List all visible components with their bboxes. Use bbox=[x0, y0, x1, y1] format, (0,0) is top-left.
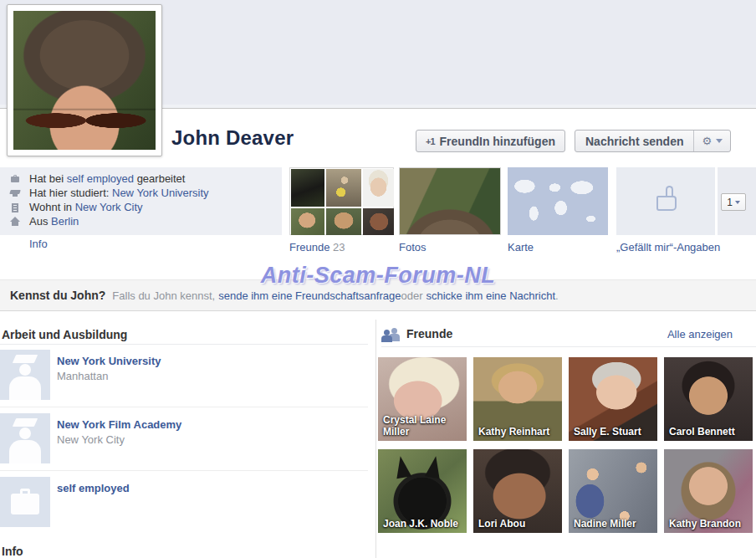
send-message-link[interactable]: schicke ihm eine Nachricht bbox=[426, 289, 555, 302]
education-title-link[interactable]: New York University bbox=[57, 355, 161, 367]
friends-icon bbox=[381, 328, 401, 341]
education-title-link[interactable]: New York Film Academy bbox=[57, 418, 181, 431]
facebook-profile-page: John Deaver +1 FreundIn hinzufügen Nachr… bbox=[0, 0, 756, 558]
collage-photo bbox=[326, 169, 361, 207]
friend-tile[interactable]: Crystal Laine Miller bbox=[378, 357, 467, 441]
about-text: Aus Berlin bbox=[29, 215, 79, 228]
send-friend-request-link[interactable]: sende ihm eine Freundschaftsanfrage bbox=[218, 289, 401, 302]
see-all-friends-link[interactable]: Alle anzeigen bbox=[667, 328, 733, 340]
banner-text: Falls du John kennst, bbox=[112, 289, 215, 302]
friend-name: Sally E. Stuart bbox=[574, 426, 654, 438]
gear-icon: ⚙ bbox=[702, 136, 712, 146]
send-message-button[interactable]: Nachricht senden bbox=[575, 131, 693, 151]
friend-tile[interactable]: Lori Abou bbox=[473, 449, 562, 533]
about-row-education: Hat hier studiert: New York University bbox=[0, 186, 282, 200]
add-friend-label: FreundIn hinzufügen bbox=[440, 135, 555, 148]
profile-picture-frame[interactable] bbox=[7, 4, 162, 156]
friend-name: Nadine Miller bbox=[574, 518, 654, 530]
home-icon bbox=[10, 217, 22, 227]
friends-box-collage[interactable] bbox=[289, 167, 394, 235]
school-link[interactable]: New York University bbox=[112, 187, 209, 199]
about-text: Wohnt in New York City bbox=[29, 201, 143, 213]
collage-photo bbox=[326, 208, 361, 235]
education-subtitle: Manhattan bbox=[57, 370, 108, 382]
photos-box[interactable] bbox=[399, 167, 501, 235]
friend-name: Kathy Reinhart bbox=[478, 426, 559, 438]
friend-tile[interactable]: Joan J.K. Noble bbox=[378, 449, 467, 533]
info-link[interactable]: Info bbox=[29, 238, 48, 250]
info-section-heading: Info bbox=[2, 545, 23, 558]
divider bbox=[0, 407, 368, 407]
map-box[interactable] bbox=[508, 167, 608, 235]
hometown-link[interactable]: Berlin bbox=[51, 215, 79, 228]
friend-tile[interactable]: Kathy Brandon bbox=[664, 449, 753, 533]
divider bbox=[0, 344, 368, 345]
about-row-work: Hat bei self employed gearbeitet bbox=[0, 171, 282, 186]
count-dropdown[interactable]: 1 bbox=[721, 193, 746, 211]
work-entry: self employed bbox=[0, 477, 368, 534]
work-title-link[interactable]: self employed bbox=[57, 482, 130, 494]
friend-tile[interactable]: Kathy Reinhart bbox=[473, 357, 562, 441]
send-message-label: Nachricht senden bbox=[585, 135, 683, 148]
friend-name: Kathy Brandon bbox=[669, 518, 749, 530]
education-entry: New York Film Academy New York City bbox=[0, 413, 368, 470]
about-row-city: Wohnt in New York City bbox=[0, 200, 282, 214]
collage-photo bbox=[291, 208, 324, 235]
page-title: John Deaver bbox=[171, 126, 294, 150]
briefcase-icon bbox=[10, 174, 22, 184]
chevron-down-icon bbox=[735, 201, 740, 204]
add-friend-button[interactable]: +1 FreundIn hinzufügen bbox=[416, 130, 565, 152]
about-summary-box: Hat bei self employed gearbeitet Hat hie… bbox=[0, 167, 282, 235]
friend-tile[interactable]: Carol Bennett bbox=[664, 357, 753, 441]
divider bbox=[0, 470, 368, 471]
friends-header: Freunde Alle anzeigen bbox=[381, 326, 744, 343]
friends-box-label[interactable]: Freunde 23 bbox=[289, 241, 345, 253]
settings-dropdown-button[interactable]: ⚙ bbox=[693, 131, 730, 151]
collage-photo bbox=[363, 169, 394, 207]
friend-name: Joan J.K. Noble bbox=[383, 518, 463, 530]
thumbs-up-icon bbox=[651, 186, 682, 216]
know-him-banner: Kennst du John? Falls du John kennst, se… bbox=[0, 279, 756, 311]
briefcase-icon bbox=[0, 477, 50, 527]
friends-heading: Freunde bbox=[406, 327, 452, 340]
collage-photo bbox=[291, 169, 324, 207]
profile-photo[interactable] bbox=[13, 11, 156, 150]
friend-name: Lori Abou bbox=[478, 518, 559, 530]
graduation-cap-icon bbox=[0, 350, 50, 400]
divider bbox=[381, 346, 756, 347]
building-icon bbox=[10, 202, 22, 212]
about-text: Hat hier studiert: New York University bbox=[29, 187, 209, 199]
collage-photo bbox=[363, 208, 394, 235]
work-link[interactable]: self employed bbox=[67, 172, 134, 185]
chevron-down-icon bbox=[716, 139, 723, 143]
count-value: 1 bbox=[727, 197, 733, 208]
friend-name: Crystal Laine Miller bbox=[383, 414, 463, 438]
about-row-hometown: Aus Berlin bbox=[0, 214, 282, 228]
friend-tile[interactable]: Sally E. Stuart bbox=[569, 357, 657, 441]
banner-text: oder bbox=[401, 289, 422, 302]
column-divider bbox=[375, 320, 376, 558]
education-subtitle: New York City bbox=[57, 433, 125, 446]
add-friend-icon: +1 bbox=[426, 136, 435, 146]
graduation-cap-icon bbox=[0, 413, 50, 463]
city-link[interactable]: New York City bbox=[75, 201, 143, 213]
banner-question: Kennst du John? bbox=[10, 289, 105, 302]
friend-tile[interactable]: Nadine Miller bbox=[569, 449, 657, 533]
photos-box-label[interactable]: Fotos bbox=[399, 241, 427, 253]
friend-name: Carol Bennett bbox=[669, 426, 749, 438]
message-button-group: Nachricht senden ⚙ bbox=[575, 130, 731, 152]
education-entry: New York University Manhattan bbox=[0, 350, 368, 407]
likes-box-label[interactable]: „Gefällt mir“-Angaben bbox=[616, 241, 720, 253]
work-education-heading: Arbeit und Ausbildung bbox=[2, 328, 127, 341]
graduation-cap-icon bbox=[10, 188, 22, 198]
map-box-label[interactable]: Karte bbox=[508, 241, 534, 253]
about-text: Hat bei self employed gearbeitet bbox=[29, 172, 185, 185]
banner-period: . bbox=[555, 289, 559, 302]
likes-box[interactable] bbox=[616, 167, 715, 235]
